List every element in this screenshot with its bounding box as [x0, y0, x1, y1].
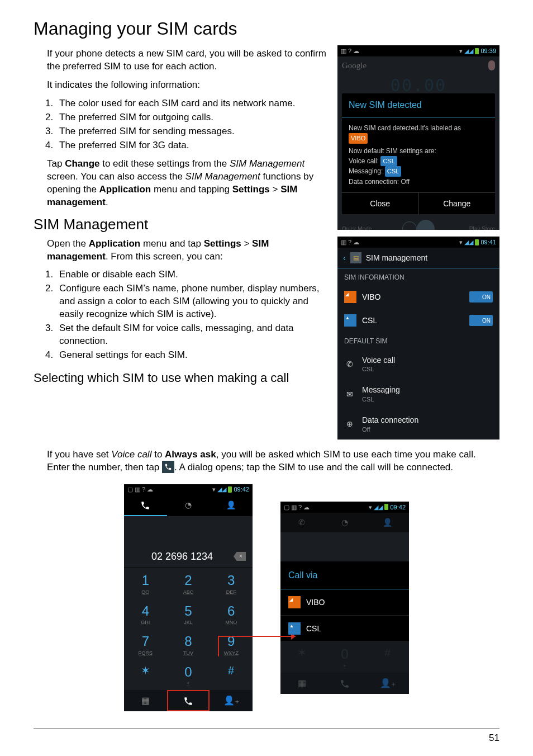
list-item: Configure each SIM’s name, phone number,… [56, 282, 327, 321]
mic-icon [488, 60, 495, 70]
selecting-sim-paragraph: If you have set Voice call to Always ask… [47, 448, 499, 474]
page-title: Managing your SIM cards [34, 17, 499, 41]
key-5[interactable]: 5JKL [167, 599, 210, 630]
default-voice-row[interactable]: ✆ Voice call CSL [337, 349, 499, 380]
intro-paragraph-1: If your phone detects a new SIM card, yo… [47, 48, 327, 73]
add-contact-icon[interactable]: 👤₊ [210, 690, 253, 711]
apps-circle-icon [417, 220, 435, 230]
sim-management-heading: SIM Management [34, 215, 327, 234]
toggle-on[interactable]: ON [469, 315, 493, 326]
chip-csl: CSL [380, 156, 397, 167]
open-app-paragraph: Open the Application menu and tap Settin… [47, 238, 327, 263]
tab-recent[interactable]: ◔ [167, 495, 210, 516]
key-0[interactable]: 0+ [167, 660, 210, 691]
tab-recent: ◔ [323, 513, 367, 532]
info-list-2: Enable or disable each SIM. Configure ea… [56, 268, 327, 362]
screenshot-sim-management: ▥ ? ☁ ▾ ◢◢ 09:41 ‹ ▤ SIM management SIM … [337, 237, 499, 440]
new-sim-dialog: New SIM detected New SIM card detected.I… [342, 93, 495, 214]
call-button [323, 673, 367, 694]
status-time: 09:39 [480, 47, 496, 55]
signal-icon: ◢◢ [464, 238, 473, 247]
sim-icon-blue: ▲ [288, 622, 301, 635]
phone-icon: ✆ [344, 359, 355, 370]
battery-icon [384, 504, 388, 510]
key-4[interactable]: 4GHI [124, 599, 167, 630]
key-pound[interactable]: # [210, 660, 253, 691]
clock-widget: 00.00 [337, 74, 499, 91]
wifi-icon: ▾ [212, 485, 216, 494]
key-8[interactable]: 8TUV [167, 629, 210, 660]
status-icons-left: ▥ ? ☁ [341, 238, 359, 247]
key-7[interactable]: 7PQRS [124, 629, 167, 660]
status-icons-right: ▾ ◢◢ 09:39 [459, 47, 496, 55]
change-button[interactable]: Change [419, 193, 496, 215]
apps-circle-icon [402, 221, 417, 230]
google-search-text: Google [342, 60, 485, 71]
tab-phone[interactable] [124, 495, 167, 516]
battery-icon [228, 486, 232, 493]
status-icons-left: ▢ ▥ ? ☁ [284, 503, 310, 512]
list-item: Enable or disable each SIM. [56, 268, 327, 281]
call-button[interactable] [167, 690, 210, 711]
section-label: SIM INFORMATION [337, 268, 499, 285]
status-time: 09:41 [480, 238, 496, 247]
selecting-sim-heading: Selecting which SIM to use when making a… [34, 370, 327, 386]
tab-phone: ✆ [280, 513, 323, 532]
sim-icon-orange: ◢ [344, 291, 356, 303]
key-0: 0+ [323, 642, 367, 673]
battery-icon [475, 48, 479, 54]
default-data-row[interactable]: ⊕ Data connection Off [337, 409, 499, 440]
status-time: 09:42 [234, 485, 249, 494]
call-via-vibo[interactable]: ◢ VIBO [280, 589, 409, 616]
tap-change-paragraph: Tap Change to edit these settings from t… [47, 158, 327, 209]
wifi-icon: ▾ [459, 47, 463, 55]
sim-row-vibo[interactable]: ◢ VIBO ON [337, 285, 499, 309]
list-item: Set the default SIM for voice calls, mes… [56, 322, 327, 348]
key-3[interactable]: 3DEF [210, 568, 253, 599]
key-6[interactable]: 6MNO [210, 599, 253, 630]
key-1[interactable]: 1QO [124, 568, 167, 599]
key-star[interactable]: ✶ [124, 660, 167, 691]
sim-row-csl[interactable]: ▲ CSL ON [337, 309, 499, 332]
backspace-icon[interactable]: × [234, 552, 246, 561]
chip-csl: CSL [385, 166, 401, 177]
globe-icon: ⊕ [344, 419, 355, 429]
page-number: 51 [34, 732, 499, 745]
status-icons-left: ▢ ▥ ? ☁ [127, 485, 153, 494]
list-item: The color used for each SIM card and its… [56, 97, 327, 110]
dialog-title: New SIM detected [342, 93, 495, 117]
chip-vibo: VIBO [349, 133, 368, 144]
footer-divider [34, 728, 499, 729]
dialpad-grid-icon[interactable]: ▦ [124, 690, 167, 711]
key-star: ✶ [280, 642, 323, 673]
toggle-on[interactable]: ON [469, 291, 493, 303]
default-messaging-row[interactable]: ✉ Messaging CSL [337, 379, 499, 409]
sim-icon-orange: ◢ [288, 596, 301, 608]
back-icon[interactable]: ‹ [343, 253, 346, 263]
signal-icon: ◢◢ [217, 485, 226, 494]
dialpad-grid-icon: ▦ [280, 673, 323, 694]
wifi-icon: ▾ [459, 238, 463, 247]
call-via-csl[interactable]: ▲ CSL [280, 616, 409, 642]
key-pound: # [366, 642, 409, 673]
sim-settings-icon: ▤ [350, 252, 361, 263]
screenshot-new-sim-dialog: ▥ ? ☁ ▾ ◢◢ 09:39 Google 00.00 New SIM de… [337, 45, 499, 230]
info-list-1: The color used for each SIM card and its… [56, 97, 327, 152]
list-item: The preferred SIM for outgoing calls. [56, 111, 327, 124]
dialer-screenshots-row: ▢ ▥ ? ☁ ▾ ◢◢ 09:42 ◔ 👤 02 2696 1234 × 1Q… [34, 484, 499, 711]
quick-mode-label: Quick Mode [340, 225, 402, 230]
phone-call-icon [162, 461, 174, 473]
intro-paragraph-2: It indicates the following information: [47, 79, 327, 92]
tab-contacts[interactable]: 👤 [210, 495, 253, 516]
call-via-title: Call via [280, 561, 409, 590]
key-9[interactable]: 9WXYZ [210, 629, 253, 660]
list-item: The preferred SIM for sending messages. [56, 125, 327, 138]
key-2[interactable]: 2ABC [167, 568, 210, 599]
status-icons-right: ▾ ◢◢ 09:42 [369, 503, 406, 512]
sim-icon-blue: ▲ [344, 314, 356, 327]
close-button[interactable]: Close [342, 193, 419, 215]
play-store-label: Play Store [435, 225, 497, 230]
wifi-icon: ▾ [369, 503, 372, 512]
keypad: 1QO 2ABC 3DEF 4GHI 5JKL 6MNO 7PQRS 8TUV … [124, 568, 253, 690]
tab-contacts: 👤 [366, 513, 409, 532]
